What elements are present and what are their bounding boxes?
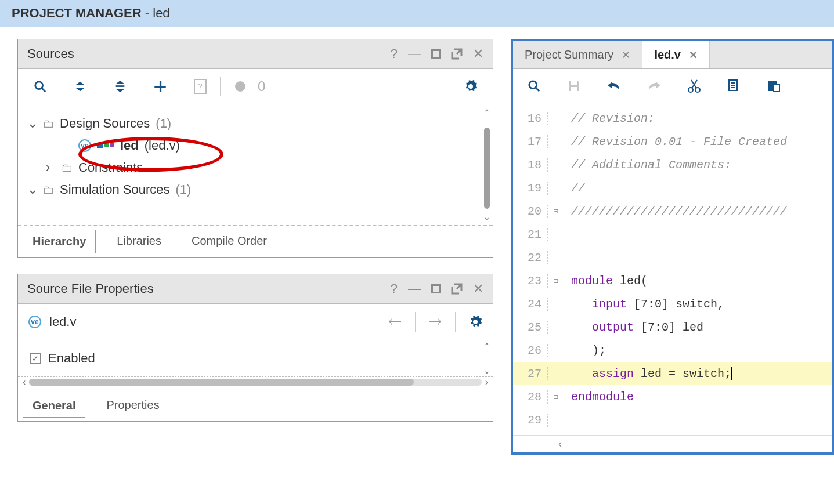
search-icon[interactable] — [26, 75, 54, 98]
svg-text:?: ? — [198, 82, 203, 91]
code-text: // Additional Comments: — [564, 158, 731, 172]
help-icon[interactable]: ? — [391, 281, 398, 296]
code-text: // Revision 0.01 - File Created — [564, 135, 787, 148]
chevron-right-icon[interactable]: › — [46, 160, 55, 175]
maximize-icon[interactable] — [431, 49, 441, 59]
settings-icon[interactable] — [457, 75, 485, 98]
save-icon[interactable] — [559, 74, 589, 98]
chevron-down-icon[interactable]: ⌄ — [27, 116, 37, 131]
undo-icon[interactable] — [599, 74, 629, 98]
code-text: // Revision: — [564, 112, 655, 125]
properties-filename: led.v — [49, 314, 76, 329]
vertical-scrollbar[interactable]: ⌃⌄ — [482, 342, 492, 375]
nav-forward-icon[interactable]: 🡒 — [428, 314, 442, 330]
line-number: 19 — [513, 182, 548, 195]
enabled-checkbox-row[interactable]: ✓ Enabled — [26, 345, 485, 372]
close-tab-icon[interactable]: ✕ — [689, 49, 698, 61]
vertical-scrollbar[interactable]: ⌃⌄ — [482, 108, 492, 222]
editor-toolbar — [513, 69, 832, 103]
line-number: 17 — [513, 135, 548, 148]
tab-label: Project Summary — [525, 48, 613, 61]
wizard-icon[interactable]: ? — [186, 75, 214, 98]
sources-toolbar: ? 0 — [18, 69, 493, 104]
tree-file-led[interactable]: ve led (led.v) — [26, 135, 487, 157]
properties-tabs: General Properties — [18, 390, 493, 421]
code-text: input [7:0] switch, — [564, 298, 724, 311]
svg-rect-8 — [571, 87, 577, 91]
checkbox-icon[interactable]: ✓ — [30, 353, 41, 364]
sources-tree: ⌄ 🗀 Design Sources (1) ve led (led.v) › … — [18, 104, 493, 226]
editor-tabs: Project Summary ✕ led.v ✕ — [513, 41, 832, 69]
minimize-icon[interactable]: — — [408, 281, 421, 296]
close-icon[interactable]: ✕ — [473, 281, 483, 296]
maximize-icon[interactable] — [431, 284, 441, 293]
paste-icon[interactable] — [759, 74, 789, 98]
line-number: 29 — [513, 414, 548, 427]
line-number: 22 — [513, 251, 548, 264]
folder-icon: 🗀 — [42, 183, 54, 197]
collapse-all-icon[interactable] — [66, 75, 94, 98]
tab-compile-order[interactable]: Compile Order — [182, 230, 276, 253]
svg-rect-2 — [116, 85, 125, 87]
expand-all-icon[interactable] — [106, 75, 134, 98]
popout-icon[interactable] — [451, 283, 463, 295]
settings-icon[interactable] — [468, 315, 482, 329]
line-number: 21 — [513, 228, 548, 241]
project-manager-header: PROJECT MANAGER - led — [0, 0, 834, 27]
tree-label: Design Sources — [60, 116, 150, 131]
line-number: 24 — [513, 298, 548, 311]
line-number: 18 — [513, 158, 548, 172]
close-tab-icon[interactable]: ✕ — [622, 49, 630, 61]
fold-icon[interactable]: ⊟ — [548, 206, 564, 216]
line-number: 23 — [513, 274, 548, 288]
tab-label: led.v — [654, 48, 681, 61]
enabled-label: Enabled — [48, 351, 95, 366]
tab-general[interactable]: General — [23, 394, 85, 418]
tree-simulation-sources[interactable]: ⌄ 🗀 Simulation Sources (1) — [26, 179, 487, 201]
line-number: 27 — [513, 367, 548, 380]
svg-line-6 — [536, 88, 539, 91]
tab-led-v[interactable]: led.v ✕ — [642, 41, 710, 68]
tab-properties[interactable]: Properties — [97, 394, 168, 418]
editor-horizontal-scrollbar[interactable]: ‹ — [513, 435, 832, 452]
add-source-icon[interactable] — [146, 75, 174, 98]
text-cursor — [731, 367, 732, 380]
search-icon[interactable] — [519, 74, 549, 98]
code-text: assign led = switch; — [564, 367, 732, 380]
sources-tabs: Hierarchy Libraries Compile Order — [18, 226, 493, 257]
file-filename: (led.v) — [145, 138, 180, 153]
chevron-down-icon[interactable]: ⌄ — [27, 182, 37, 197]
code-area[interactable]: 16// Revision: 17// Revision 0.01 - File… — [513, 103, 832, 435]
svg-rect-7 — [571, 81, 577, 85]
tree-design-sources[interactable]: ⌄ 🗀 Design Sources (1) — [26, 113, 487, 135]
redo-icon[interactable] — [639, 74, 669, 98]
svg-point-0 — [35, 82, 43, 89]
properties-title: Source File Properties — [27, 281, 154, 296]
code-text: /////////////////////////////// — [564, 205, 787, 218]
line-number: 28 — [513, 390, 548, 404]
line-number: 25 — [513, 321, 548, 334]
fold-icon[interactable]: ⊟ — [548, 276, 564, 286]
messages-icon[interactable] — [226, 75, 254, 98]
tab-project-summary[interactable]: Project Summary ✕ — [513, 41, 642, 68]
properties-file-row: ve led.v 🡐 🡒 — [18, 304, 493, 340]
sources-panel: Sources ? — ✕ ? — [17, 39, 493, 258]
tab-hierarchy[interactable]: Hierarchy — [23, 230, 96, 253]
popout-icon[interactable] — [451, 48, 463, 60]
code-text: output [7:0] led — [564, 321, 703, 334]
close-icon[interactable]: ✕ — [473, 46, 483, 61]
help-icon[interactable]: ? — [391, 46, 398, 61]
tree-label: Constraints — [78, 160, 143, 175]
nav-back-icon[interactable]: 🡐 — [388, 314, 402, 330]
copy-icon[interactable] — [719, 74, 749, 98]
module-icon — [97, 143, 114, 148]
verilog-icon: ve — [28, 316, 41, 328]
fold-icon[interactable]: ⊟ — [548, 392, 564, 402]
tree-constraints[interactable]: › 🗀 Constraints — [26, 157, 487, 179]
horizontal-scrollbar[interactable]: ‹› — [18, 376, 493, 390]
tab-libraries[interactable]: Libraries — [107, 230, 171, 253]
minimize-icon[interactable]: — — [408, 46, 421, 61]
tree-count: (1) — [176, 182, 192, 197]
line-number: 16 — [513, 112, 548, 125]
cut-icon[interactable] — [679, 74, 709, 98]
